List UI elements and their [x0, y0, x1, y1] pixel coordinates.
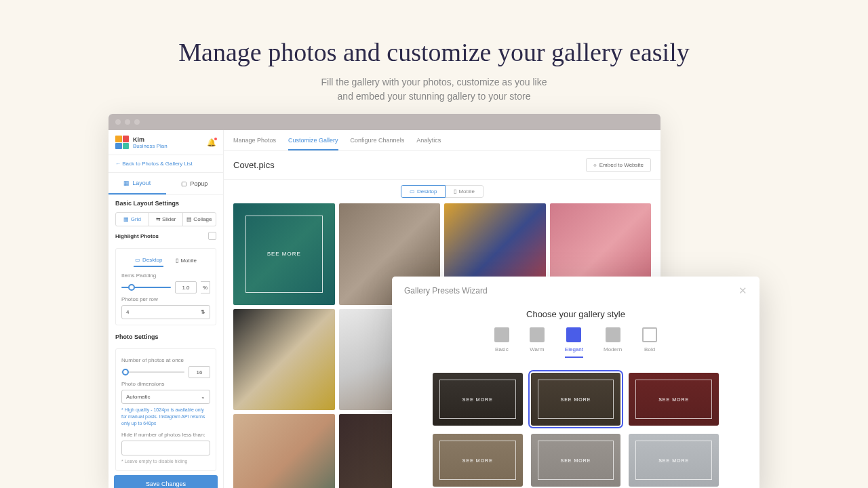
tab-analytics[interactable]: Analytics [416, 137, 441, 150]
preset-option[interactable] [629, 373, 719, 426]
mobile-icon: ▯ [176, 258, 178, 264]
hero-title: Manage photos and customize your gallery… [0, 37, 868, 67]
grid-icon: ▦ [123, 216, 129, 222]
style-elegant[interactable]: Elegant [565, 327, 583, 358]
hide-label: Hide if number of photos less than: [121, 432, 210, 438]
style-modern[interactable]: Modern [604, 327, 622, 358]
hide-hint: * Leave empty to disable hiding [121, 458, 210, 465]
padding-slider[interactable] [121, 287, 171, 288]
modal-title: Gallery Presets Wizard [404, 286, 488, 296]
per-row-select[interactable]: 4⇅ [121, 305, 210, 319]
layout-mode-collage[interactable]: ▤ Collage [183, 213, 216, 226]
preset-option[interactable] [433, 373, 523, 426]
num-photos-slider[interactable] [121, 371, 184, 373]
device-tab-desktop[interactable]: ▭Desktop [134, 254, 163, 267]
sidebar: Kim Business Plan 🔔 ← Back to Photos & G… [108, 130, 224, 488]
desktop-icon: ▭ [135, 257, 140, 263]
collage-icon: ▤ [186, 216, 192, 222]
close-icon[interactable]: ✕ [738, 285, 747, 297]
layout-mode-grid[interactable]: ▦ Grid [116, 213, 149, 226]
slider-icon: ⇆ [156, 216, 161, 222]
window-max-icon[interactable] [134, 119, 140, 125]
dim-select[interactable]: Automatic⌄ [121, 390, 210, 404]
preset-option[interactable] [629, 434, 719, 487]
desktop-icon: ▭ [410, 188, 415, 195]
window-titlebar [108, 114, 660, 130]
view-mobile[interactable]: ▯Mobile [446, 185, 484, 198]
presets-wizard-modal: Gallery Presets Wizard ✕ Choose your gal… [392, 277, 760, 488]
gallery-title: Covet.pics [233, 160, 275, 170]
preset-option[interactable] [433, 434, 523, 487]
tab-manage-photos[interactable]: Manage Photos [233, 137, 276, 150]
gallery-photo[interactable] [233, 203, 335, 305]
notification-bell-icon[interactable]: 🔔 [207, 138, 216, 147]
embed-button[interactable]: ⟐Embed to Website [586, 158, 651, 172]
chevron-updown-icon: ⇅ [201, 309, 205, 315]
section-basic-layout: Basic Layout Settings [108, 195, 223, 212]
dim-label: Photo dimensions [121, 381, 210, 387]
per-row-label: Photos per row [121, 296, 210, 302]
chevron-down-icon: ⌄ [201, 394, 205, 400]
preset-option[interactable] [531, 373, 621, 426]
user-block: Kim Business Plan 🔔 [108, 130, 223, 155]
grid-icon: ▦ [123, 180, 130, 186]
gallery-photo[interactable] [233, 309, 335, 411]
device-tab-mobile[interactable]: ▯Mobile [174, 254, 198, 267]
modal-subtitle: Choose your gallery style [392, 305, 760, 327]
app-logo-icon [115, 136, 129, 149]
hide-input[interactable] [121, 441, 210, 455]
window-min-icon[interactable] [125, 119, 130, 125]
hero-subtitle: Fill the gallery with your photos, custo… [0, 75, 868, 104]
embed-icon: ⟐ [593, 162, 597, 168]
highlight-label: Highlight Photos [115, 233, 159, 239]
padding-unit: % [201, 281, 210, 293]
layout-mode-slider[interactable]: ⇆ Slider [149, 213, 182, 226]
style-warm[interactable]: Warm [530, 327, 545, 358]
style-basic[interactable]: Basic [494, 327, 509, 358]
back-link[interactable]: ← Back to Photos & Gallery List [108, 155, 223, 173]
preset-option[interactable] [531, 434, 621, 487]
section-photo-settings: Photo Settings [108, 328, 223, 346]
tab-configure-channels[interactable]: Configure Channels [351, 137, 405, 150]
num-photos-value[interactable]: 16 [189, 366, 210, 378]
highlight-checkbox[interactable] [208, 232, 216, 240]
popup-icon: ▢ [181, 180, 187, 187]
layout-mode-segment: ▦ Grid ⇆ Slider ▤ Collage [115, 212, 216, 226]
user-plan: Business Plan [133, 143, 167, 149]
num-photos-label: Number of photos at once [121, 357, 210, 363]
dim-hint: * High quality - 1024px is available onl… [121, 407, 210, 426]
mobile-icon: ▯ [454, 188, 456, 195]
padding-label: Items Padding [121, 272, 210, 279]
save-button[interactable]: Save Changes [114, 475, 218, 488]
sidebar-tab-popup[interactable]: ▢Popup [166, 173, 224, 195]
gallery-photo[interactable] [233, 414, 335, 488]
sidebar-tab-layout[interactable]: ▦Layout [108, 173, 166, 195]
padding-value[interactable]: 1.0 [175, 281, 197, 293]
style-bold[interactable]: Bold [642, 327, 657, 358]
user-name: Kim [133, 136, 167, 143]
window-close-icon[interactable] [115, 119, 121, 125]
view-desktop[interactable]: ▭Desktop [401, 185, 446, 198]
tab-customize-gallery[interactable]: Customize Gallery [288, 137, 338, 150]
